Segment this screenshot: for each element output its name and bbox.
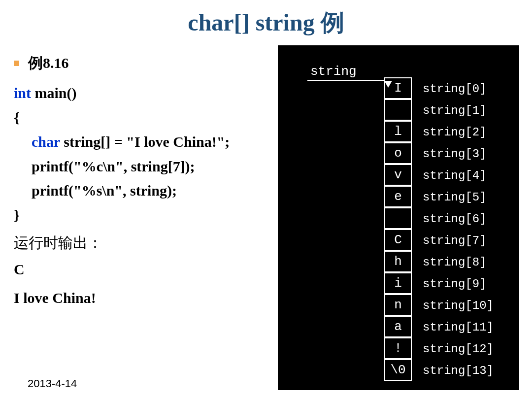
code-line-4: printf("%c\n", string[7]); xyxy=(14,154,290,179)
array-label: string xyxy=(310,64,357,79)
table-row: lstring[2] xyxy=(384,121,494,143)
table-row: ostring[3] xyxy=(384,143,494,165)
arrow-shaft xyxy=(307,80,384,81)
run-output-label: 运行时输出： xyxy=(14,231,290,255)
table-row: vstring[4] xyxy=(384,165,494,186)
content-column: 例8.16 int main() { char string[] = "I lo… xyxy=(14,51,290,310)
output-1: C xyxy=(14,258,290,281)
memory-cell: h xyxy=(384,251,412,272)
code-line-2: { xyxy=(14,105,290,130)
index-label: string[3] xyxy=(423,147,487,161)
table-row: string[1] xyxy=(384,100,494,121)
memory-cell: l xyxy=(384,121,412,142)
index-label: string[5] xyxy=(423,191,487,204)
slide: char[] string 例 例8.16 int main() { char … xyxy=(0,0,532,399)
memory-cell: i xyxy=(384,272,412,294)
code-line-1: int main() xyxy=(14,81,290,105)
memory-diagram: string Istring[0]string[1]lstring[2]ostr… xyxy=(278,45,519,390)
example-label: 例8.16 xyxy=(28,51,69,75)
keyword-char: char xyxy=(32,133,60,150)
code-line-3: char string[] = "I love China!"; xyxy=(14,130,290,154)
index-label: string[8] xyxy=(423,256,487,269)
table-row: astring[11] xyxy=(384,316,494,338)
index-label: string[9] xyxy=(423,277,487,291)
code-line-6: } xyxy=(14,203,290,228)
index-label: string[13] xyxy=(423,364,494,377)
cell-column: Istring[0]string[1]lstring[2]ostring[3]v… xyxy=(384,78,494,381)
index-label: string[6] xyxy=(423,212,487,226)
memory-cell: o xyxy=(384,142,412,164)
memory-cell: \0 xyxy=(384,359,412,381)
index-label: string[11] xyxy=(423,321,494,334)
table-row: Cstring[7] xyxy=(384,230,494,251)
slide-title: char[] string 例 xyxy=(0,0,532,38)
bullet-row: 例8.16 xyxy=(14,51,290,75)
memory-cell: C xyxy=(384,229,412,251)
code-line-5: printf("%s\n", string); xyxy=(14,178,290,203)
keyword-int: int xyxy=(14,85,31,101)
table-row: hstring[8] xyxy=(384,251,494,273)
memory-cell: I xyxy=(384,77,412,99)
memory-cell: v xyxy=(384,164,412,186)
table-row: string[6] xyxy=(384,208,494,230)
index-label: string[7] xyxy=(423,234,487,247)
table-row: !string[12] xyxy=(384,338,494,360)
table-row: estring[5] xyxy=(384,186,494,208)
output-2: I love China! xyxy=(14,286,290,310)
bullet-icon xyxy=(14,61,19,66)
main-decl: main() xyxy=(31,85,77,101)
table-row: \0string[13] xyxy=(384,360,494,381)
index-label: string[1] xyxy=(423,104,487,117)
memory-cell xyxy=(384,207,412,229)
memory-cell: a xyxy=(384,316,412,337)
table-row: Istring[0] xyxy=(384,78,494,100)
index-label: string[4] xyxy=(423,169,487,182)
index-label: string[12] xyxy=(423,342,494,356)
index-label: string[0] xyxy=(423,82,487,96)
memory-cell xyxy=(384,99,412,121)
memory-cell: ! xyxy=(384,337,412,359)
table-row: nstring[10] xyxy=(384,295,494,316)
memory-cell: e xyxy=(384,186,412,207)
memory-cell: n xyxy=(384,294,412,316)
table-row: istring[9] xyxy=(384,273,494,295)
footer-date: 2013-4-14 xyxy=(28,377,77,390)
string-decl: string[] = "I love China!"; xyxy=(60,133,230,150)
index-label: string[2] xyxy=(423,126,487,139)
index-label: string[10] xyxy=(423,299,494,312)
